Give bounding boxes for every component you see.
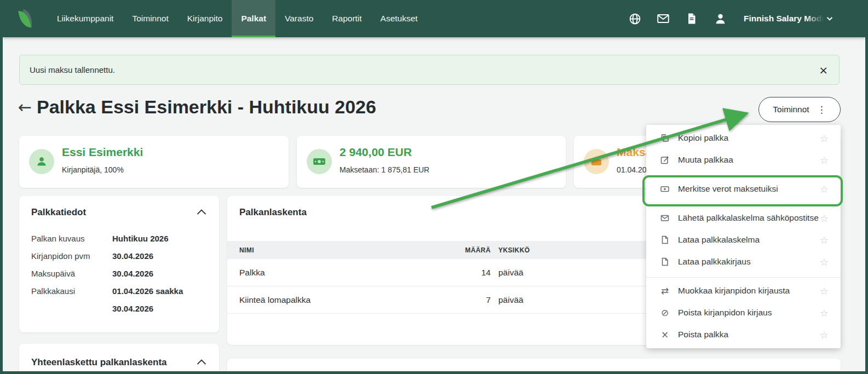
nav-item-toiminnot[interactable]: Toiminnot xyxy=(123,0,177,37)
menu-item-label: Merkitse verot maksetuiksi xyxy=(678,184,820,194)
employee-role: Kirjanpitäjä, 100% xyxy=(62,165,124,174)
menu-item-poista-kirjanpidon-kirjaus[interactable]: ⊘ Poista kirjanpidon kirjaus ☆ xyxy=(646,302,841,324)
top-navbar: Liikekumppanit Toiminnot Kirjanpito Palk… xyxy=(3,0,865,37)
gross-amount: 2 940,00 EUR xyxy=(340,146,412,159)
row-amount: 7 xyxy=(446,295,491,305)
menu-item-poista-palkka[interactable]: × Poista palkka ☆ xyxy=(646,324,841,346)
menu-item-label: Poista palkka xyxy=(678,330,820,340)
page-title: Palkka Essi Esimerkki - Huhtikuu 2026 xyxy=(37,96,376,118)
kebab-menu-icon: ⋮ xyxy=(817,104,826,115)
toiminnot-actions-button[interactable]: Toiminnot ⋮ xyxy=(758,97,841,122)
payment-status-date: 01.04.202 xyxy=(617,165,651,174)
star-icon[interactable]: ☆ xyxy=(820,133,829,144)
nav-item-liikekumppanit[interactable]: Liikekumppanit xyxy=(48,0,123,37)
star-icon[interactable]: ☆ xyxy=(820,329,829,341)
yhteenlaskettu-title: Yhteenlaskettu palkanlaskenta xyxy=(31,357,167,368)
copy-icon xyxy=(659,133,670,143)
app-screenshot-frame: Liikekumppanit Toiminnot Kirjanpito Palk… xyxy=(0,0,868,374)
briefcase-icon xyxy=(590,155,603,168)
avatar xyxy=(29,149,54,174)
menu-item-laheta-palkkalaskelma[interactable]: Lähetä palkkalaskelma sähköpostitse ☆ xyxy=(646,207,841,229)
col-header-yksikko: YKSIKKÖ xyxy=(491,246,556,254)
info-label: Maksupäivä xyxy=(31,265,112,283)
nav-item-kirjanpito[interactable]: Kirjanpito xyxy=(178,0,232,37)
info-label: Palkan kuvaus xyxy=(31,230,112,248)
nav-item-asetukset[interactable]: Asetukset xyxy=(371,0,427,37)
person-icon xyxy=(35,155,48,168)
palkanlaskenta-title: Palkanlaskenta xyxy=(239,207,307,218)
swap-arrows-icon: ⇄ xyxy=(659,286,670,296)
back-arrow-icon[interactable]: ← xyxy=(18,99,32,116)
menu-item-label: Kopioi palkka xyxy=(678,133,820,143)
chevron-up-icon[interactable] xyxy=(196,358,207,366)
info-value: 01.04.2026 saakka 30.04.2026 xyxy=(112,283,183,318)
account-selector[interactable]: Finnish Salary Modul xyxy=(744,14,835,24)
row-unit: päivää xyxy=(491,295,556,305)
account-name: Finnish Salary Modul xyxy=(744,14,824,24)
close-icon[interactable]: × xyxy=(819,65,828,76)
banknote-avatar xyxy=(307,149,332,174)
star-icon[interactable]: ☆ xyxy=(820,154,829,166)
info-value: 30.04.2026 xyxy=(112,248,153,265)
block-icon: ⊘ xyxy=(659,308,670,318)
menu-item-muokkaa-kirjanpidon-kirjausta[interactable]: ⇄ Muokkaa kirjanpidon kirjausta ☆ xyxy=(646,280,841,302)
nav-item-raportit[interactable]: Raportit xyxy=(323,0,371,37)
info-label: Palkkakausi xyxy=(31,283,112,318)
banknote-icon xyxy=(312,154,326,169)
mail-outline-icon xyxy=(659,213,670,223)
actions-dropdown-menu: Kopioi palkka ☆ Muuta palkkaa ☆ Merkitse… xyxy=(646,125,841,348)
info-label: Kirjanpidon pvm xyxy=(31,248,112,265)
menu-divider xyxy=(646,204,841,205)
palkkatiedot-title: Palkkatiedot xyxy=(31,207,86,218)
menu-divider xyxy=(646,175,841,176)
menu-divider xyxy=(646,277,841,278)
menu-item-kopioi-palkka[interactable]: Kopioi palkka ☆ xyxy=(646,127,841,149)
menu-item-label: Muokkaa kirjanpidon kirjausta xyxy=(678,286,820,296)
chevron-up-icon[interactable] xyxy=(196,208,207,216)
main-menu: Liikekumppanit Toiminnot Kirjanpito Palk… xyxy=(48,0,427,37)
menu-item-lataa-palkkakirjaus[interactable]: Lataa palkkakirjaus ☆ xyxy=(646,251,841,273)
col-header-nimi: NIMI xyxy=(227,246,446,254)
info-row: Palkan kuvaus Huhtikuu 2026 xyxy=(31,230,206,248)
globe-icon[interactable] xyxy=(628,11,642,26)
employee-name: Essi Esimerkki xyxy=(62,146,143,159)
delete-x-icon: × xyxy=(659,330,670,340)
user-icon[interactable] xyxy=(713,11,727,26)
menu-item-merkitse-verot-maksetuiksi[interactable]: Merkitse verot maksetuiksi ☆ xyxy=(646,178,841,200)
star-icon[interactable]: ☆ xyxy=(820,212,829,224)
star-icon[interactable]: ☆ xyxy=(820,285,829,297)
menu-item-label: Lähetä palkkalaskelma sähköpostitse xyxy=(678,213,820,223)
salary-amount-card: 2 940,00 EUR Maksetaan: 1 875,81 EUR xyxy=(297,136,566,188)
banknote-outline-icon xyxy=(659,184,670,194)
mail-icon[interactable] xyxy=(656,11,670,26)
edit-icon xyxy=(659,155,670,165)
row-name: Kiinteä lomapalkka xyxy=(227,295,446,305)
row-amount: 14 xyxy=(446,268,491,278)
row-unit: päivää xyxy=(491,268,556,278)
success-banner-text: Uusi maksu tallennettu. xyxy=(30,65,115,74)
actions-button-label: Toiminnot xyxy=(773,105,809,114)
star-icon[interactable]: ☆ xyxy=(820,307,829,319)
nav-item-palkat-active[interactable]: Palkat xyxy=(232,0,275,37)
star-icon[interactable]: ☆ xyxy=(820,256,829,268)
lower-panel xyxy=(227,359,841,371)
app-page: Liikekumppanit Toiminnot Kirjanpito Palk… xyxy=(3,0,865,371)
star-icon[interactable]: ☆ xyxy=(820,183,829,195)
nav-right-tools: Finnish Salary Modul xyxy=(613,11,835,26)
row-name: Palkka xyxy=(227,268,446,278)
chevron-down-icon xyxy=(825,14,835,24)
brand-leaf-logo[interactable] xyxy=(19,9,33,28)
net-amount: Maksetaan: 1 875,81 EUR xyxy=(340,165,429,174)
info-row: Kirjanpidon pvm 30.04.2026 xyxy=(31,248,206,265)
nav-item-varasto[interactable]: Varasto xyxy=(275,0,323,37)
document-icon[interactable] xyxy=(685,11,699,26)
menu-item-lataa-palkkalaskelma[interactable]: Lataa palkkalaskelma ☆ xyxy=(646,229,841,251)
success-banner: Uusi maksu tallennettu. × xyxy=(19,55,840,85)
menu-item-muuta-palkkaa[interactable]: Muuta palkkaa ☆ xyxy=(646,149,841,171)
star-icon[interactable]: ☆ xyxy=(820,234,829,246)
file-icon xyxy=(659,257,670,267)
info-value: 30.04.2026 xyxy=(112,265,153,283)
palkkatiedot-panel: Palkkatiedot Palkan kuvaus Huhtikuu 2026… xyxy=(19,196,219,332)
menu-item-label: Poista kirjanpidon kirjaus xyxy=(678,308,820,318)
yhteenlaskettu-panel: Yhteenlaskettu palkanlaskenta xyxy=(19,344,219,371)
